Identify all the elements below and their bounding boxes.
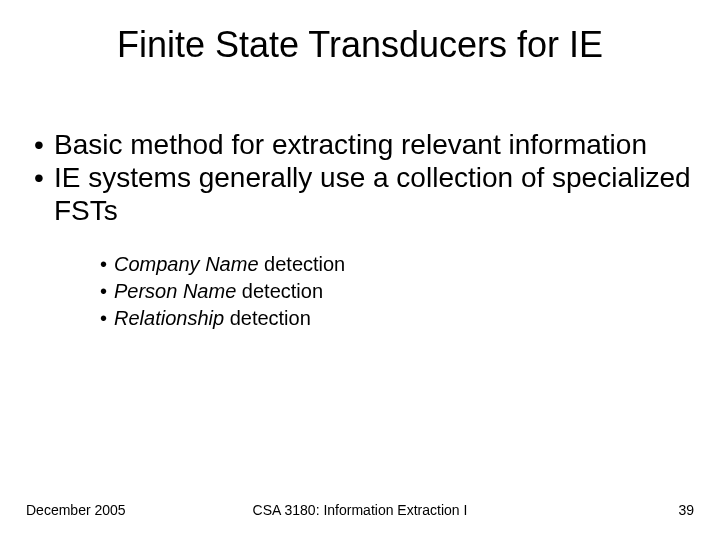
bullet-level1: •IE systems generally use a collection o… [26, 161, 694, 227]
sub-bullet-rest: detection [236, 280, 323, 302]
footer-course: CSA 3180: Information Extraction I [26, 502, 694, 518]
bullet-dot-icon: • [100, 278, 114, 305]
slide-title: Finite State Transducers for IE [0, 24, 720, 66]
bullet-text: Basic method for extracting relevant inf… [54, 129, 647, 160]
sub-bullet-group: •Company Name detection •Person Name det… [96, 251, 694, 332]
bullet-text: IE systems generally use a collection of… [54, 162, 691, 226]
bullet-level2: •Company Name detection [96, 251, 694, 278]
bullet-dot-icon: • [100, 305, 114, 332]
bullet-dot-icon: • [100, 251, 114, 278]
sub-bullet-emph: Person Name [114, 280, 236, 302]
sub-bullet-emph: Company Name [114, 253, 259, 275]
sub-bullet-rest: detection [259, 253, 346, 275]
bullet-level2: •Relationship detection [96, 305, 694, 332]
slide-body: •Basic method for extracting relevant in… [26, 128, 694, 332]
sub-bullet-rest: detection [224, 307, 311, 329]
slide-footer: December 2005 CSA 3180: Information Extr… [26, 502, 694, 518]
footer-page-number: 39 [678, 502, 694, 518]
sub-bullet-emph: Relationship [114, 307, 224, 329]
bullet-dot-icon: • [34, 128, 54, 161]
bullet-level1: •Basic method for extracting relevant in… [26, 128, 694, 161]
bullet-level2: •Person Name detection [96, 278, 694, 305]
bullet-dot-icon: • [34, 161, 54, 194]
footer-date: December 2005 [26, 502, 126, 518]
slide: Finite State Transducers for IE •Basic m… [0, 0, 720, 540]
